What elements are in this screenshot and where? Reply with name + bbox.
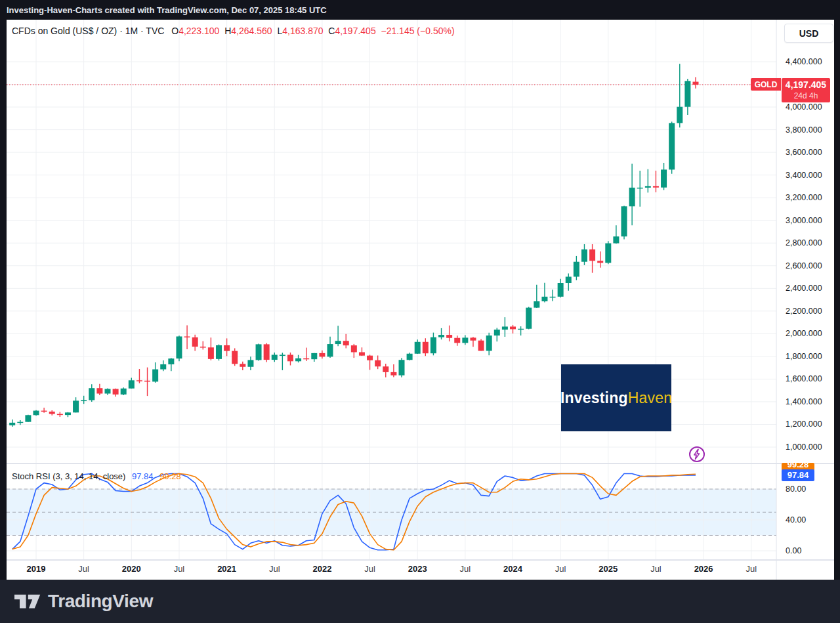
- attribution-bar: Investing-Haven-Charts created with Trad…: [0, 0, 840, 20]
- tradingview-footer: TradingView: [0, 580, 840, 623]
- price-axis-label[interactable]: 1,200.000: [786, 419, 822, 429]
- candle-body: [367, 356, 373, 360]
- time-axis-label[interactable]: 2023: [398, 564, 437, 574]
- candle-body: [383, 366, 388, 372]
- candle-body: [280, 354, 285, 356]
- candle-body: [423, 342, 429, 353]
- candle-body: [629, 188, 635, 206]
- symbol-header: CFDs on Gold (US$ / OZ) · 1M · TVC O4,22…: [12, 26, 455, 39]
- indicator-title[interactable]: Stoch RSI (3, 3, 14, 14, close) 97.84 99…: [12, 471, 181, 481]
- candle-body: [589, 249, 595, 261]
- time-axis-label[interactable]: 2022: [303, 564, 342, 574]
- lightning-icon[interactable]: [688, 446, 705, 463]
- time-axis-label[interactable]: 2026: [684, 564, 723, 574]
- time-axis-label[interactable]: Jul: [636, 564, 675, 574]
- price-axis-label[interactable]: 3,800.000: [786, 125, 822, 135]
- candle-body: [526, 308, 532, 329]
- price-axis-label[interactable]: 1,600.000: [786, 374, 822, 384]
- investinghaven-watermark: InvestingHaven: [561, 364, 671, 431]
- candle-body: [692, 82, 698, 85]
- time-axis-label[interactable]: 2020: [112, 564, 151, 574]
- symbol-title[interactable]: CFDs on Gold (US$ / OZ) · 1M · TVC: [12, 26, 164, 36]
- candle-body: [621, 206, 627, 236]
- candle-body: [311, 353, 317, 359]
- price-axis-label[interactable]: 3,200.000: [786, 192, 822, 203]
- last-price-flag[interactable]: 4,197.405 24d 4h: [782, 78, 830, 102]
- bar-countdown: 24d 4h: [782, 91, 830, 100]
- candle-body: [597, 261, 603, 263]
- candle-body: [541, 297, 547, 301]
- candle-body: [168, 358, 174, 364]
- price-axis-label[interactable]: 2,800.000: [786, 238, 822, 248]
- candle-body: [160, 364, 166, 370]
- time-axis-label[interactable]: Jul: [732, 564, 771, 574]
- candle-body: [446, 335, 452, 338]
- candle-body: [454, 338, 460, 343]
- time-axis-label[interactable]: 2019: [16, 564, 56, 574]
- candle-body: [121, 389, 127, 395]
- candle-body: [415, 342, 421, 354]
- candle-body: [637, 188, 643, 189]
- candle-body: [152, 370, 158, 382]
- candle-body: [494, 330, 500, 335]
- chart-canvas[interactable]: [7, 20, 834, 580]
- time-axis-label[interactable]: Jul: [541, 564, 580, 574]
- indicator-axis-label[interactable]: 0.00: [786, 546, 801, 556]
- candle-body: [303, 358, 309, 360]
- currency-button[interactable]: USD: [784, 24, 833, 43]
- candle-body: [240, 364, 245, 366]
- last-price-value: 4,197.405: [782, 78, 830, 91]
- time-axis-label[interactable]: Jul: [446, 564, 485, 574]
- price-axis-label[interactable]: 2,600.000: [786, 261, 822, 271]
- time-axis-label[interactable]: Jul: [64, 564, 104, 574]
- candle-body: [192, 337, 198, 347]
- candle-body: [430, 337, 436, 354]
- candle-body: [645, 186, 651, 187]
- price-axis-label[interactable]: 2,200.000: [786, 306, 822, 316]
- candle-body: [574, 262, 579, 277]
- price-axis-label[interactable]: 4,400.000: [786, 56, 822, 67]
- ohlc-high: H4,264.560: [224, 26, 272, 36]
- candle-body: [462, 337, 468, 343]
- candle-body: [407, 354, 413, 360]
- tradingview-logo[interactable]: TradingView: [14, 591, 153, 612]
- time-axis-label[interactable]: 2025: [589, 564, 628, 574]
- time-axis-label[interactable]: 2024: [494, 564, 533, 574]
- indicator-axis-label[interactable]: 80.00: [786, 484, 806, 494]
- candle-body: [57, 414, 63, 416]
- candle-body: [518, 329, 524, 330]
- indicator-axis-label[interactable]: 40.00: [786, 515, 806, 525]
- candle-body: [25, 415, 31, 421]
- time-axis-label[interactable]: 2021: [207, 564, 247, 574]
- symbol-price-flag-name[interactable]: GOLD: [751, 78, 781, 91]
- candle-body: [200, 347, 206, 348]
- price-axis-label[interactable]: 3,000.000: [786, 215, 822, 226]
- candle-body: [184, 336, 190, 337]
- price-axis-label[interactable]: 2,000.000: [786, 328, 822, 339]
- candle-body: [65, 412, 71, 415]
- price-axis-label[interactable]: 1,800.000: [786, 351, 822, 362]
- candle-body: [216, 345, 222, 359]
- candle-body: [113, 389, 119, 394]
- candle-body: [375, 360, 381, 366]
- candle-body: [89, 388, 94, 400]
- price-axis-label[interactable]: 1,000.000: [786, 442, 822, 452]
- candle-body: [129, 380, 135, 388]
- price-axis-label[interactable]: 2,400.000: [786, 283, 822, 293]
- candle-body: [534, 301, 539, 308]
- price-axis-label[interactable]: 1,400.000: [786, 397, 822, 407]
- candle-body: [264, 344, 270, 360]
- price-axis-label[interactable]: 4,000.000: [786, 102, 822, 112]
- price-axis-label[interactable]: 3,600.000: [786, 147, 822, 158]
- attribution-text: Investing-Haven-Charts created with Trad…: [7, 5, 327, 15]
- price-axis-label[interactable]: 3,400.000: [786, 170, 822, 181]
- time-axis-label[interactable]: Jul: [350, 564, 390, 574]
- time-axis-label[interactable]: Jul: [255, 564, 294, 574]
- candle-body: [17, 422, 23, 423]
- candle-body: [343, 341, 349, 345]
- candle-body: [73, 400, 79, 412]
- time-axis-label[interactable]: Jul: [159, 564, 199, 574]
- candle-body: [470, 337, 476, 340]
- candle-body: [605, 244, 611, 263]
- indicator-name: Stoch RSI (3, 3, 14, 14, close): [12, 471, 125, 481]
